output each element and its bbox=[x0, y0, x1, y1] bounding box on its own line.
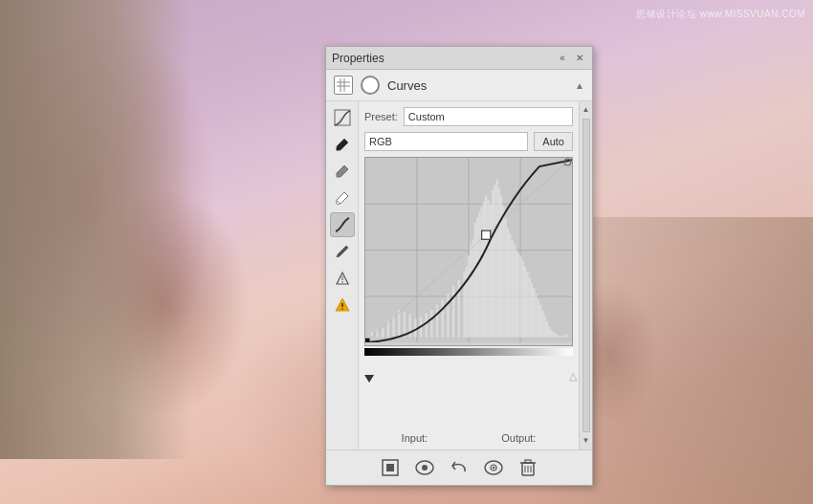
visibility-button[interactable] bbox=[413, 456, 436, 479]
svg-rect-48 bbox=[483, 201, 485, 337]
svg-rect-44 bbox=[474, 223, 476, 337]
warning-tool[interactable] bbox=[330, 293, 355, 318]
eye-button[interactable] bbox=[482, 456, 505, 479]
svg-rect-64 bbox=[517, 253, 519, 338]
svg-rect-69 bbox=[529, 277, 531, 338]
svg-rect-46 bbox=[478, 212, 480, 338]
svg-rect-42 bbox=[470, 245, 472, 338]
svg-rect-88 bbox=[482, 230, 491, 239]
clipping-tool[interactable] bbox=[330, 266, 355, 291]
left-toolbar bbox=[326, 101, 359, 449]
svg-rect-53 bbox=[494, 185, 495, 337]
eyedropper-white-tool[interactable] bbox=[330, 186, 355, 210]
curves-graph[interactable] bbox=[364, 157, 573, 346]
svg-rect-60 bbox=[509, 234, 511, 338]
panel-title: Properties bbox=[332, 52, 385, 65]
graph-bottom-area: △ bbox=[364, 356, 573, 373]
svg-rect-75 bbox=[541, 310, 543, 337]
eyedropper-gray-tool[interactable] bbox=[330, 159, 355, 184]
svg-rect-52 bbox=[492, 190, 494, 337]
curves-title: Curves bbox=[387, 78, 427, 93]
svg-point-94 bbox=[422, 465, 428, 471]
svg-rect-74 bbox=[539, 304, 541, 337]
curves-collapse-btn[interactable]: ▲ bbox=[575, 80, 584, 91]
svg-rect-80 bbox=[553, 332, 555, 338]
svg-rect-89 bbox=[365, 339, 370, 343]
svg-rect-66 bbox=[522, 261, 524, 338]
tower-element bbox=[0, 0, 191, 459]
trash-button[interactable] bbox=[516, 456, 539, 479]
svg-rect-58 bbox=[505, 218, 507, 338]
panel-collapse-btn[interactable]: « bbox=[556, 52, 569, 65]
svg-rect-85 bbox=[563, 335, 565, 337]
svg-rect-43 bbox=[472, 239, 473, 337]
preset-select[interactable]: Custom bbox=[404, 107, 573, 126]
channel-select[interactable]: RGB Red Green Blue bbox=[364, 132, 528, 151]
bottom-toolbar bbox=[326, 449, 592, 485]
svg-rect-70 bbox=[531, 283, 533, 338]
svg-rect-28 bbox=[404, 312, 406, 337]
scroll-track[interactable] bbox=[582, 119, 590, 432]
right-scrollbar[interactable]: ▲ ▼ bbox=[579, 101, 592, 449]
graph-wrapper: △ bbox=[364, 157, 573, 430]
svg-rect-63 bbox=[516, 251, 517, 338]
scroll-down-arrow[interactable]: ▼ bbox=[582, 434, 590, 448]
svg-rect-50 bbox=[487, 199, 489, 337]
svg-rect-78 bbox=[548, 326, 550, 337]
curves-circle-icon bbox=[361, 76, 380, 95]
svg-rect-47 bbox=[481, 207, 483, 337]
eyedropper-black-tool[interactable] bbox=[330, 132, 355, 157]
svg-rect-71 bbox=[533, 288, 535, 337]
svg-rect-41 bbox=[468, 255, 470, 337]
curves-adjust-tool[interactable] bbox=[330, 105, 355, 130]
svg-rect-100 bbox=[525, 460, 531, 463]
svg-rect-38 bbox=[458, 279, 460, 337]
curves-svg bbox=[365, 158, 572, 342]
smooth-curve-tool[interactable] bbox=[330, 212, 355, 237]
svg-rect-57 bbox=[502, 207, 504, 337]
svg-rect-82 bbox=[557, 335, 559, 337]
black-point-triangle[interactable] bbox=[364, 375, 374, 383]
svg-rect-37 bbox=[452, 286, 454, 337]
svg-rect-34 bbox=[436, 304, 438, 337]
svg-rect-73 bbox=[538, 299, 539, 338]
svg-point-97 bbox=[493, 467, 494, 469]
input-label: Input: bbox=[402, 432, 428, 444]
watermark: 思绪设计论坛 www.MISSVUAN.COM bbox=[636, 8, 805, 21]
svg-rect-67 bbox=[524, 267, 526, 338]
svg-rect-40 bbox=[466, 267, 468, 338]
curves-grid-icon bbox=[334, 76, 353, 95]
svg-rect-32 bbox=[426, 314, 428, 338]
undo-button[interactable] bbox=[448, 456, 471, 479]
pencil-tool[interactable] bbox=[330, 239, 355, 264]
preset-label: Preset: bbox=[364, 111, 398, 122]
svg-point-11 bbox=[341, 281, 343, 283]
svg-rect-65 bbox=[519, 255, 521, 337]
svg-rect-33 bbox=[430, 310, 432, 337]
auto-button[interactable]: Auto bbox=[534, 132, 573, 151]
svg-rect-79 bbox=[550, 330, 552, 338]
svg-rect-45 bbox=[476, 218, 478, 338]
curves-main: Preset: Custom RGB Red Green Blue Auto bbox=[359, 101, 579, 449]
scroll-up-arrow[interactable]: ▲ bbox=[582, 103, 590, 117]
svg-rect-76 bbox=[543, 316, 545, 338]
svg-rect-81 bbox=[555, 334, 557, 337]
mask-button[interactable] bbox=[379, 456, 402, 479]
panel-close-btn[interactable]: ✕ bbox=[573, 52, 586, 65]
svg-rect-49 bbox=[485, 196, 487, 338]
preset-row: Preset: Custom bbox=[364, 107, 573, 126]
svg-rect-62 bbox=[514, 245, 516, 338]
svg-rect-36 bbox=[447, 294, 449, 337]
svg-rect-55 bbox=[498, 188, 500, 338]
panel-title-area: Properties bbox=[332, 52, 385, 65]
curves-header: Curves ▲ bbox=[326, 70, 592, 101]
svg-rect-92 bbox=[386, 464, 394, 471]
svg-rect-84 bbox=[561, 336, 563, 337]
svg-rect-54 bbox=[495, 180, 497, 338]
svg-rect-61 bbox=[511, 239, 513, 337]
panel-titlebar: Properties « ✕ bbox=[326, 47, 592, 70]
svg-rect-77 bbox=[546, 321, 548, 338]
white-point-triangle[interactable]: △ bbox=[569, 370, 577, 383]
panel-content: Preset: Custom RGB Red Green Blue Auto bbox=[326, 101, 592, 449]
svg-rect-83 bbox=[559, 336, 560, 337]
